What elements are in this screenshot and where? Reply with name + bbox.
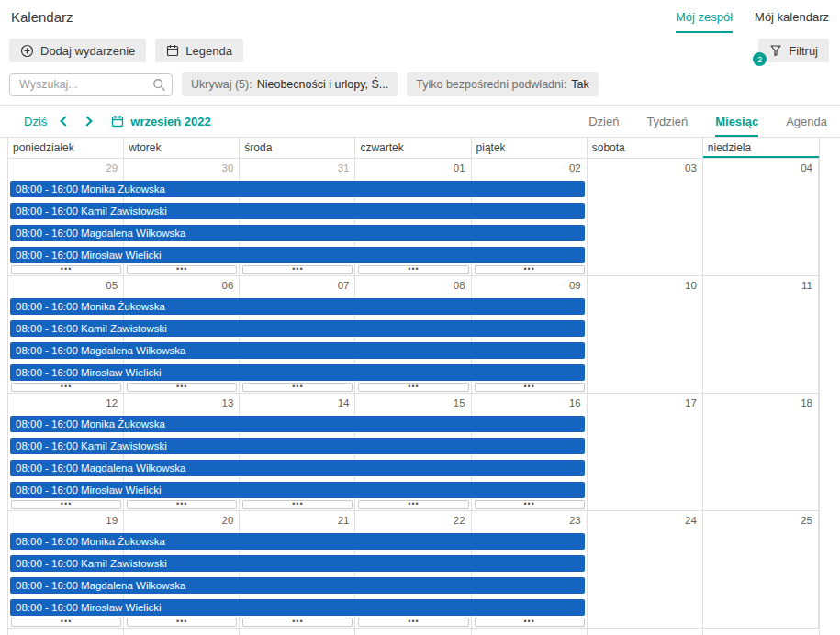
- more-events-button[interactable]: •••: [475, 383, 585, 392]
- event-bar[interactable]: 08:00 - 16:00 Monika Żukowska: [10, 181, 585, 197]
- more-events-button[interactable]: •••: [127, 265, 237, 274]
- more-events-button[interactable]: •••: [358, 383, 468, 392]
- event-bar[interactable]: 08:00 - 16:00 Monika Żukowska: [10, 298, 585, 315]
- more-events-button[interactable]: •••: [475, 618, 585, 627]
- hide-filter-chip[interactable]: Ukrywaj (5): Nieobecności i urlopy, Ś...: [182, 72, 398, 96]
- event-bar[interactable]: 08:00 - 16:00 Magdalena Wilkowska: [10, 342, 585, 359]
- event-bar[interactable]: 08:00 - 16:00 Kamil Zawistowski: [10, 320, 585, 337]
- event-bar[interactable]: 08:00 - 16:00 Kamil Zawistowski: [10, 203, 585, 219]
- event-bar[interactable]: 08:00 - 16:00 Monika Żukowska: [10, 416, 585, 432]
- event-bar[interactable]: 08:00 - 16:00 Mirosław Wielicki: [10, 247, 585, 263]
- more-events-button[interactable]: •••: [11, 618, 121, 627]
- calendar-nav: Dziś wrzesień 2022: [24, 106, 211, 137]
- search-icon[interactable]: [152, 78, 166, 92]
- filter-button-wrap: Filtruj 2: [758, 39, 829, 62]
- more-events-button[interactable]: •••: [11, 500, 121, 509]
- day-cell[interactable]: 24: [588, 511, 703, 628]
- day-cell[interactable]: [124, 629, 240, 635]
- more-events-button[interactable]: •••: [475, 265, 585, 274]
- legend-button[interactable]: Legenda: [155, 39, 243, 62]
- tab-my-calendar[interactable]: Mój kalendarz: [755, 10, 829, 33]
- more-events-button[interactable]: •••: [242, 265, 353, 274]
- search-box: [9, 73, 173, 96]
- day-cell[interactable]: [240, 629, 355, 635]
- day-cell[interactable]: 11: [703, 276, 819, 393]
- date-number: 17: [685, 397, 697, 408]
- tab-my-team[interactable]: Mój zespół: [676, 10, 733, 33]
- day-cell[interactable]: [588, 629, 703, 635]
- date-number: 24: [685, 515, 697, 526]
- event-bar[interactable]: 08:00 - 16:00 Magdalena Wilkowska: [10, 460, 585, 476]
- date-number: 23: [569, 515, 581, 526]
- page-title: Kalendarz: [11, 9, 73, 25]
- more-events-button[interactable]: •••: [11, 265, 121, 274]
- event-bar[interactable]: 08:00 - 16:00 Mirosław Wielicki: [10, 364, 585, 381]
- calendar-grid: poniedziałekwtorekśrodaczwartekpiąteksob…: [7, 138, 820, 635]
- day-cell[interactable]: [472, 629, 588, 635]
- add-event-button[interactable]: Dodaj wydarzenie: [9, 39, 146, 62]
- day-header-czwartek: czwartek: [355, 138, 471, 158]
- more-events-button[interactable]: •••: [127, 383, 237, 392]
- event-bar[interactable]: 08:00 - 16:00 Monika Żukowska: [10, 533, 585, 550]
- toolbar: Dodaj wydarzenie Legenda Filtruj 2: [0, 31, 840, 64]
- day-cell[interactable]: 25: [703, 511, 819, 628]
- today-button[interactable]: Dziś: [24, 115, 47, 128]
- circle-plus-icon: [20, 44, 34, 58]
- event-bar[interactable]: 08:00 - 16:00 Magdalena Wilkowska: [10, 225, 585, 241]
- event-bar[interactable]: 08:00 - 16:00 Mirosław Wielicki: [10, 599, 585, 616]
- day-cell[interactable]: 17: [588, 394, 703, 510]
- date-number: 30: [221, 162, 233, 173]
- date-number: 22: [454, 515, 465, 526]
- more-events-button[interactable]: •••: [127, 500, 237, 509]
- day-cell[interactable]: 04: [703, 159, 819, 275]
- date-number: 20: [221, 515, 233, 526]
- date-number: 18: [801, 397, 812, 408]
- more-events-button[interactable]: •••: [358, 500, 468, 509]
- date-number: 10: [685, 280, 697, 291]
- event-bar[interactable]: 08:00 - 16:00 Kamil Zawistowski: [10, 555, 585, 572]
- hide-filter-value: Nieobecności i urlopy, Ś...: [257, 78, 389, 91]
- day-cell[interactable]: 18: [703, 394, 819, 510]
- next-month-icon[interactable]: [83, 116, 93, 126]
- more-events-button[interactable]: •••: [242, 618, 353, 627]
- more-events-button[interactable]: •••: [358, 265, 468, 274]
- week-row: 0506070809101108:00 - 16:00 Monika Żukow…: [8, 276, 819, 394]
- more-events-button[interactable]: •••: [127, 618, 237, 627]
- filter-button[interactable]: Filtruj: [758, 39, 829, 62]
- month-picker[interactable]: wrzesień 2022: [111, 115, 210, 128]
- event-bar[interactable]: 08:00 - 16:00 Magdalena Wilkowska: [10, 577, 585, 594]
- view-tab-agenda[interactable]: Agenda: [786, 106, 827, 137]
- date-number: 11: [801, 280, 812, 291]
- event-bar[interactable]: 08:00 - 16:00 Kamil Zawistowski: [10, 438, 585, 454]
- direct-reports-label: Tylko bezpośredni podwładni:: [416, 78, 566, 91]
- more-events-button[interactable]: •••: [242, 383, 353, 392]
- date-number: 29: [106, 162, 118, 173]
- view-tab-month[interactable]: Miesiąc: [715, 106, 758, 137]
- day-cell[interactable]: 10: [588, 276, 703, 393]
- day-header-piątek: piątek: [472, 138, 588, 158]
- search-input[interactable]: [9, 73, 173, 96]
- day-cell[interactable]: 03: [588, 159, 703, 275]
- day-cell[interactable]: [8, 629, 124, 635]
- more-events-button[interactable]: •••: [475, 500, 585, 509]
- more-events-button[interactable]: •••: [358, 618, 468, 627]
- day-cell[interactable]: [355, 629, 471, 635]
- view-tab-day[interactable]: Dzień: [588, 106, 619, 137]
- date-number: 06: [221, 280, 233, 291]
- previous-month-icon[interactable]: [61, 116, 71, 126]
- date-number: 19: [106, 515, 118, 526]
- view-tab-week[interactable]: Tydzień: [646, 106, 688, 137]
- day-header-sobota: sobota: [588, 138, 703, 158]
- day-cell[interactable]: [703, 629, 819, 635]
- day-header-niedziela: niedziela: [703, 138, 819, 158]
- direct-reports-chip[interactable]: Tylko bezpośredni podwładni: Tak: [407, 72, 598, 96]
- day-header-wtorek: wtorek: [124, 138, 240, 158]
- date-number: 21: [338, 515, 350, 526]
- funnel-icon: [769, 44, 782, 57]
- event-bar[interactable]: 08:00 - 16:00 Mirosław Wielicki: [10, 482, 585, 498]
- legend-label: Legenda: [185, 44, 232, 58]
- view-tabs: Dzień Tydzień Miesiąc Agenda: [588, 106, 827, 137]
- more-events-button[interactable]: •••: [242, 500, 353, 509]
- more-events-button[interactable]: •••: [11, 383, 121, 392]
- legend-calendar-icon: [166, 44, 179, 57]
